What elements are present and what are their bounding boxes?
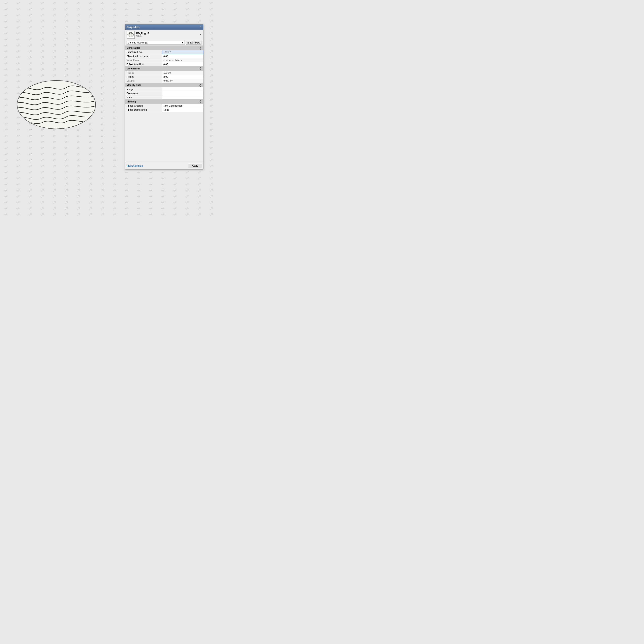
prop-volume-label: Volume (125, 79, 162, 83)
selector-arrow: ▼ (181, 41, 184, 44)
prop-elevation-label: Elevation from Level (125, 54, 162, 58)
section-phasing-label: Phasing (127, 100, 136, 103)
edit-type-button[interactable]: ⊞ Edit Type (186, 41, 201, 45)
prop-work-plane-label: Work Plane (125, 58, 162, 62)
selector-label: Generic Models (1) (128, 41, 148, 44)
prop-volume: Volume 0.051 m³ (125, 79, 203, 83)
prop-phase-created-label: Phase Created (125, 104, 162, 108)
prop-offset-value[interactable]: 0.00 (162, 62, 203, 66)
prop-phase-demolished-label: Phase Demolished (125, 108, 162, 112)
section-constraints-collapse[interactable]: ❮ (199, 46, 201, 50)
prop-elevation-value[interactable]: 0.00 (162, 54, 203, 58)
prop-offset-label: Offset from Host (125, 62, 162, 66)
panel-close-button[interactable]: × (200, 25, 201, 29)
type-name-container: RD_Rug 13 White (136, 32, 198, 37)
prop-work-plane-value: <not associated> (162, 58, 203, 62)
prop-phase-created: Phase Created New Construction (125, 104, 203, 108)
prop-height-label: Height (125, 75, 162, 79)
prop-height: Height 2.00 (125, 75, 203, 79)
svg-point-3 (128, 32, 134, 37)
section-identity-label: Identity Data (127, 84, 141, 87)
prop-work-plane: Work Plane <not associated> (125, 58, 203, 62)
section-phasing[interactable]: Phasing ❮ (125, 99, 203, 104)
prop-radius-value: 100.00 (162, 71, 203, 75)
type-dropdown-arrow[interactable]: ▼ (199, 34, 201, 36)
prop-schedule-level-value[interactable]: Level 1 (162, 50, 203, 54)
prop-image: Image (125, 87, 203, 91)
prop-image-label: Image (125, 87, 162, 91)
prop-comments-value[interactable] (162, 91, 203, 95)
panel-empty-area (125, 112, 203, 162)
prop-volume-value: 0.051 m³ (162, 79, 203, 83)
edit-type-icon: ⊞ (187, 41, 189, 44)
prop-comments: Comments (125, 91, 203, 95)
prop-schedule-level: Schedule Level Level 1 (125, 50, 203, 54)
prop-mark: Mark (125, 95, 203, 99)
prop-radius: Radius 100.00 (125, 71, 203, 75)
section-constraints[interactable]: Constraints ❮ (125, 46, 203, 50)
prop-height-value[interactable]: 2.00 (162, 75, 203, 79)
prop-comments-label: Comments (125, 91, 162, 95)
type-icon (127, 31, 135, 39)
prop-elevation-from-level: Elevation from Level 0.00 (125, 54, 203, 58)
section-dimensions-label: Dimensions (127, 67, 140, 70)
panel-title: Properties (127, 26, 139, 29)
edit-type-label: Edit Type (190, 41, 200, 44)
properties-help-link[interactable]: Properties help (127, 164, 143, 167)
prop-phase-demolished: Phase Demolished None (125, 108, 203, 112)
panel-type-row: RD_Rug 13 White ▼ (125, 30, 203, 40)
prop-phase-demolished-value[interactable]: None (162, 108, 203, 112)
section-identity-collapse[interactable]: ❮ (199, 84, 201, 87)
type-name-secondary: White (136, 35, 198, 37)
svg-point-0 (17, 81, 96, 129)
prop-offset-from-host: Offset from Host 0.00 (125, 62, 203, 66)
prop-mark-value[interactable] (162, 95, 203, 99)
panel-selector-row: Generic Models (1) ▼ ⊞ Edit Type (125, 40, 203, 46)
apply-button[interactable]: Apply (189, 164, 201, 168)
type-name-primary: RD_Rug 13 (136, 32, 198, 35)
panel-titlebar: Properties × (125, 24, 203, 30)
prop-schedule-level-label: Schedule Level (125, 50, 162, 54)
rug-drawing (14, 76, 99, 133)
section-identity-data[interactable]: Identity Data ❮ (125, 83, 203, 87)
prop-image-value[interactable] (162, 87, 203, 91)
prop-mark-label: Mark (125, 95, 162, 99)
section-dimensions[interactable]: Dimensions ❮ (125, 66, 203, 71)
section-constraints-label: Constraints (127, 46, 140, 49)
prop-radius-label: Radius (125, 71, 162, 75)
panel-footer: Properties help Apply (125, 162, 203, 169)
prop-phase-created-value[interactable]: New Construction (162, 104, 203, 108)
section-phasing-collapse[interactable]: ❮ (199, 100, 201, 103)
properties-panel: Properties × RD_Rug 13 White ▼ (125, 24, 203, 169)
instance-selector-dropdown[interactable]: Generic Models (1) ▼ (127, 41, 185, 45)
section-dimensions-collapse[interactable]: ❮ (199, 67, 201, 70)
